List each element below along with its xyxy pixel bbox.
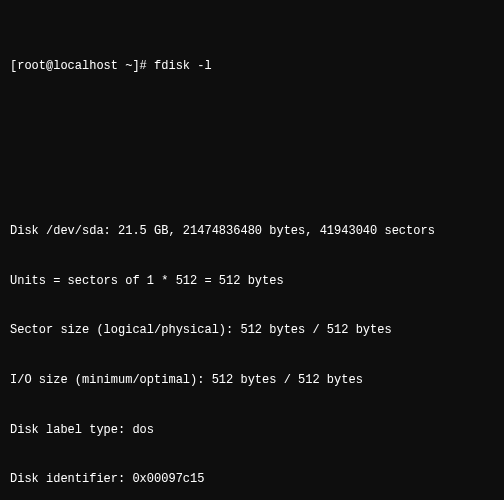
output-line: I/O size (minimum/optimal): 512 bytes / … xyxy=(10,372,494,389)
output-line: Disk label type: dos xyxy=(10,422,494,439)
output-line: Units = sectors of 1 * 512 = 512 bytes xyxy=(10,273,494,290)
typed-command[interactable]: fdisk -l xyxy=(154,58,212,75)
disk-sda-info: Disk /dev/sda: 21.5 GB, 21474836480 byte… xyxy=(10,190,494,500)
prompt-line-1: [root@localhost ~]# fdisk -l xyxy=(10,58,494,75)
output-line: Sector size (logical/physical): 512 byte… xyxy=(10,322,494,339)
output-line: Disk identifier: 0x00097c15 xyxy=(10,471,494,488)
shell-prompt: [root@localhost ~]# xyxy=(10,58,154,75)
output-line: Disk /dev/sda: 21.5 GB, 21474836480 byte… xyxy=(10,223,494,240)
blank-line xyxy=(10,124,494,141)
terminal-output: [root@localhost ~]# fdisk -l Disk /dev/s… xyxy=(0,0,504,500)
